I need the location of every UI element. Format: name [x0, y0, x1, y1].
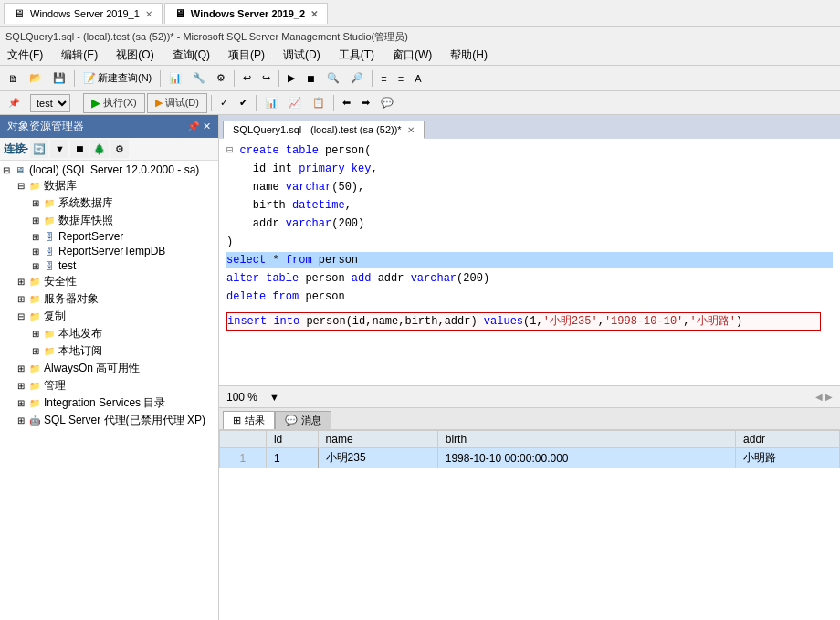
lpub-expand[interactable]: ⊞ [29, 328, 42, 341]
tree-report-tempdb[interactable]: ⊞ 🗄 ReportServerTempDB [0, 244, 218, 258]
row-num: 1 [220, 448, 267, 468]
toolbar-btn3[interactable]: ⚙ [212, 68, 230, 89]
rstmp-icon: 🗄 [42, 245, 57, 257]
toolbar-btn1[interactable]: 📊 [164, 68, 186, 89]
toolbar-align3[interactable]: A [410, 68, 425, 89]
tab-server1-close[interactable]: ✕ [145, 9, 152, 19]
results-button[interactable]: 📋 [308, 93, 330, 113]
check-button[interactable]: ✓ [215, 93, 233, 113]
toolbar-undo[interactable]: ↩ [238, 68, 256, 89]
toolbar-misc1[interactable]: ▶ [283, 68, 299, 89]
debug-button[interactable]: ▶ 调试(D) [147, 93, 207, 113]
tree-integration-services[interactable]: ⊞ 📁 Integration Services 目录 [0, 394, 218, 412]
tree-report-server[interactable]: ⊞ 🗄 ReportServer [0, 229, 218, 244]
database-select[interactable]: test [30, 94, 70, 112]
result-tab-msg-label: 消息 [301, 414, 321, 427]
menu-tools[interactable]: 工具(T) [335, 46, 378, 65]
menu-query[interactable]: 查询(Q) [169, 46, 214, 65]
menu-view[interactable]: 视图(O) [112, 46, 157, 65]
toolbar-misc2[interactable]: ⏹ [301, 68, 320, 89]
toolbar-redo[interactable]: ↪ [257, 68, 275, 89]
oe-pin[interactable]: 📌 ✕ [187, 121, 211, 132]
menu-bar: 文件(F) 编辑(E) 视图(O) 查询(Q) 项目(P) 调试(D) 工具(T… [0, 46, 840, 66]
oe-refresh[interactable]: 🔄 [30, 140, 48, 158]
toolbar-new[interactable]: 🗎 [4, 68, 23, 89]
result-tab-msg[interactable]: 💬 消息 [275, 411, 331, 429]
rs-expand[interactable]: ⊞ [29, 230, 42, 243]
toolbar-new-query[interactable]: 📝 新建查询(N) [79, 68, 156, 89]
tree-server[interactable]: ⊟ 🖥 (local) (SQL Server 12.0.2000 - sa) [0, 163, 218, 177]
server-expand[interactable]: ⊟ [0, 163, 13, 176]
repl-expand[interactable]: ⊟ [15, 310, 27, 323]
menu-project[interactable]: 项目(P) [225, 46, 268, 65]
tree-db-snapshots[interactable]: ⊞ 📁 数据库快照 [0, 212, 218, 229]
menu-file[interactable]: 文件(F) [4, 46, 47, 65]
execute-button[interactable]: ▶ 执行(X) [83, 93, 145, 113]
mgmt-expand[interactable]: ⊞ [15, 380, 27, 393]
menu-debug[interactable]: 调试(D) [279, 46, 324, 65]
comment-button[interactable]: 💬 [376, 93, 398, 113]
toolbar-save[interactable]: 💾 [48, 68, 70, 89]
parse-button[interactable]: ✔ [235, 93, 252, 113]
result-tab-grid[interactable]: ⊞ 结果 [223, 411, 275, 429]
tree-local-sub[interactable]: ⊞ 📁 本地订阅 [0, 342, 218, 360]
toolbar-align1[interactable]: ≡ [376, 68, 391, 89]
oe-filter[interactable]: ▼ [50, 140, 68, 158]
test-icon: 🗄 [42, 259, 57, 272]
zoom-label: 100 % [226, 391, 257, 404]
toolbar-align2[interactable]: ≡ [394, 68, 408, 89]
tree-server-objects[interactable]: ⊞ 📁 服务器对象 [0, 290, 218, 308]
oe-tree-btn[interactable]: 🌲 [90, 140, 109, 158]
tree-management[interactable]: ⊞ 📁 管理 [0, 377, 218, 394]
sep4 [278, 70, 279, 87]
tree-databases[interactable]: ⊟ 📁 数据库 [0, 177, 218, 194]
editor-pane[interactable]: ⊟ create table person( id int primary ke… [219, 139, 840, 385]
tab-server2[interactable]: 🖥 Windows Server 2019_2 ✕ [164, 3, 328, 24]
toolbar-open[interactable]: 📂 [25, 68, 47, 89]
toolbar-misc3[interactable]: 🔍 [322, 68, 344, 89]
databases-expand[interactable]: ⊟ [15, 180, 27, 193]
tree-alwayson[interactable]: ⊞ 📁 AlwaysOn 高可用性 [0, 360, 218, 377]
tab-server1-label: Windows Server 2019_1 [30, 8, 140, 19]
sys-dbs-expand[interactable]: ⊞ [29, 197, 42, 210]
explain-button[interactable]: 📊 [260, 93, 282, 113]
tree-local-pub[interactable]: ⊞ 📁 本地发布 [0, 325, 218, 342]
sys-dbs-icon: 📁 [42, 197, 57, 210]
sep6 [79, 95, 79, 111]
main-toolbar: 🗎 📂 💾 📝 新建查询(N) 📊 🔧 ⚙ ↩ ↪ ▶ ⏹ 🔍 🔎 ≡ ≡ A [0, 66, 840, 91]
indent-button[interactable]: ⬅ [338, 93, 355, 113]
agent-expand[interactable]: ⊞ [15, 415, 27, 427]
query-tab-close[interactable]: ✕ [407, 125, 415, 135]
test-expand[interactable]: ⊞ [29, 259, 42, 272]
tab-server1[interactable]: 🖥 Windows Server 2019_1 ✕ [4, 3, 163, 24]
outdent-button[interactable]: ➡ [357, 93, 374, 113]
stats-button[interactable]: 📈 [284, 93, 306, 113]
menu-window[interactable]: 窗口(W) [389, 46, 436, 65]
query-tab[interactable]: SQLQuery1.sql - (local).test (sa (52))* … [223, 121, 425, 139]
tree-replication[interactable]: ⊟ 📁 复制 [0, 308, 218, 325]
menu-edit[interactable]: 编辑(E) [58, 46, 101, 65]
lsub-expand[interactable]: ⊞ [29, 345, 42, 358]
is-expand[interactable]: ⊞ [15, 397, 27, 410]
is-icon: 📁 [27, 397, 42, 410]
ao-expand[interactable]: ⊞ [15, 363, 27, 375]
snapshots-expand[interactable]: ⊞ [29, 215, 42, 227]
tab-server2-close[interactable]: ✕ [310, 9, 318, 19]
pin-button[interactable]: 📌 [4, 93, 24, 113]
menu-help[interactable]: 帮助(H) [446, 46, 491, 65]
security-expand[interactable]: ⊞ [15, 276, 27, 289]
toolbar-btn2[interactable]: 🔧 [188, 68, 210, 89]
oe-stop[interactable]: ⏹ [70, 140, 89, 158]
tree-test-db[interactable]: ⊞ 🗄 test [0, 258, 218, 273]
table-row[interactable]: 1 1 小明235 1998-10-10 00:00:00.000 小明路 [220, 448, 840, 468]
db-selector[interactable]: test [26, 93, 75, 113]
rstmp-expand[interactable]: ⊞ [29, 245, 42, 257]
oe-settings[interactable]: ⚙ [110, 140, 129, 158]
zoom-dropdown[interactable]: ▼ [265, 387, 284, 407]
toolbar-misc4[interactable]: 🔎 [346, 68, 368, 89]
svrobj-expand[interactable]: ⊞ [15, 293, 27, 306]
tree-system-dbs[interactable]: ⊞ 📁 系统数据库 [0, 194, 218, 212]
tree-security[interactable]: ⊞ 📁 安全性 [0, 273, 218, 290]
oe-connect-label[interactable]: 连接· [4, 142, 28, 157]
tree-sql-agent[interactable]: ⊞ 🤖 SQL Server 代理(已禁用代理 XP) [0, 412, 218, 429]
